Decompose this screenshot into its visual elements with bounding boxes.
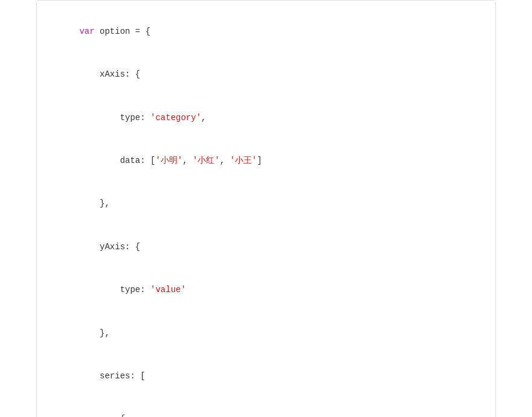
code-line-4: data: ['小明', '小红', '小王'] — [49, 139, 483, 182]
code-line-7: type: 'value' — [49, 269, 483, 311]
code-line-9: series: [ — [49, 355, 483, 398]
code-line-3: type: 'category', — [49, 97, 483, 139]
code-line-5: }, — [49, 183, 483, 226]
code-line-1: var option = { — [49, 10, 483, 53]
code-line-6: yAxis: { — [49, 226, 483, 269]
code-line-8: }, — [49, 312, 483, 355]
code-line-10: { — [49, 398, 483, 417]
code-line-2: xAxis: { — [49, 53, 483, 96]
keyword-var: var — [79, 27, 94, 36]
page-wrapper: var option = { xAxis: { type: 'category'… — [0, 0, 532, 417]
main-code-block: var option = { xAxis: { type: 'category'… — [36, 0, 496, 417]
